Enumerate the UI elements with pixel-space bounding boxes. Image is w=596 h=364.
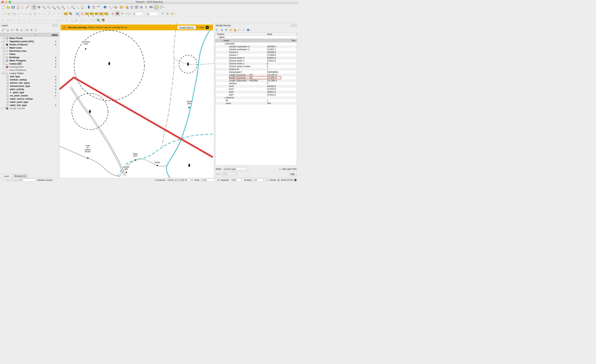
enable-snapping-icon[interactable] xyxy=(115,11,120,16)
identify-features-icon[interactable] xyxy=(103,5,107,10)
identify-row-name[interactable]: ▾ name Test xyxy=(216,39,297,42)
select-features-by-value-icon[interactable] xyxy=(119,5,124,10)
layer-visibility-checkbox[interactable]: ✓ xyxy=(3,40,5,43)
self-snapping-icon[interactable] xyxy=(125,11,130,16)
circular-string-dropdown-icon[interactable]: ▾ xyxy=(11,19,11,21)
layer-visibility-checkbox[interactable] xyxy=(3,66,5,68)
pin-unpin-labels-icon[interactable]: ab● xyxy=(75,11,80,16)
identify-row-length-cartesian-2d-[interactable]: Length (Cartesian — 2D) 101,405 m xyxy=(216,73,297,76)
current-edits-icon[interactable] xyxy=(1,11,6,16)
float-panel-icon[interactable]: ⿴ xyxy=(52,24,55,27)
identify-row-interpolated-z[interactable]: Interpolated Z 5,98748924 xyxy=(216,71,297,73)
identify-row-length-cartesian-3d-[interactable]: Length (Cartesian — 3D) 112,806 m xyxy=(216,76,297,79)
layer-item-water-points[interactable]: ✓Water Points xyxy=(0,37,59,40)
highlight-pinned-labels-icon[interactable]: abc xyxy=(80,11,84,16)
rotate-feature-icon[interactable]: ↻ xyxy=(16,18,21,22)
coordinate-field[interactable]: 264381.82,271899.48 xyxy=(166,178,190,182)
expand-tree-icon[interactable] xyxy=(219,28,224,32)
delete-selected-icon[interactable] xyxy=(32,11,37,16)
zoom-next-icon[interactable]: ▶ xyxy=(75,5,80,10)
cad-tools-icon[interactable] xyxy=(1,18,6,22)
identify-row-firsty[interactable]: firstY 271879.9 xyxy=(216,88,297,91)
run-feature-action-dropdown-icon[interactable]: ▾ xyxy=(112,6,113,8)
copy-feature-icon[interactable] xyxy=(237,28,241,32)
layer-visibility-checkbox[interactable]: ✓ xyxy=(3,56,5,58)
layer-visibility-checkbox[interactable]: ✓ xyxy=(3,53,5,55)
layer-item-landuse-lookup[interactable]: landuse_lookup xyxy=(0,78,59,81)
zoom-native-icon[interactable]: 1:1 xyxy=(65,5,70,10)
open-form-view-icon[interactable] xyxy=(215,28,219,32)
tab-browser-2-[interactable]: Browser (2) xyxy=(12,174,28,178)
layer-visibility-checkbox[interactable] xyxy=(3,69,5,71)
collapse-all-icon[interactable] xyxy=(29,28,33,32)
identify-row-closest-vertex-x[interactable]: Closest vertex X 264401.6 xyxy=(216,57,297,59)
zoom-to-layer-icon[interactable]: ▤ xyxy=(56,5,60,10)
identify-row-lasty[interactable]: lastY 271911.5 xyxy=(216,93,297,96)
mode-select[interactable]: Current layer▾ xyxy=(222,167,249,171)
toggle-extents-icon[interactable] xyxy=(191,179,193,181)
show-layout-manager-icon[interactable] xyxy=(20,5,25,10)
split-features-icon[interactable]: ✂ xyxy=(60,18,64,22)
change-label-icon[interactable]: abc✎ xyxy=(104,11,108,16)
layer-item-water-polygons[interactable]: ✓Water Polygons xyxy=(0,59,59,62)
identify-row-closest-vertex-number[interactable]: Closest vertex number 5 xyxy=(216,65,297,68)
copy-features-icon[interactable] xyxy=(42,11,47,16)
project-new-icon[interactable] xyxy=(1,5,6,10)
layer-visibility-checkbox[interactable]: ✓ xyxy=(3,72,5,74)
filter-by-expression-icon[interactable]: ε xyxy=(19,28,24,32)
layer-item-google-satellite[interactable]: ▾Google Satellite xyxy=(0,107,59,110)
save-layer-edits-icon[interactable]: ✎ xyxy=(12,11,16,16)
tracing-settings-dropdown-icon[interactable]: ▾ xyxy=(175,13,175,15)
offset-point-symbol-icon[interactable] xyxy=(83,18,88,22)
scale-select[interactable]: 1:225▾ xyxy=(201,178,216,182)
identify-row--clicked-coordinate-x-[interactable]: (clicked coordinate X) 264398.3 xyxy=(216,45,297,48)
close-panel-icon[interactable]: × xyxy=(294,24,297,27)
new-print-layout-icon[interactable] xyxy=(15,5,20,10)
snapping-crosshair-icon[interactable] xyxy=(110,11,115,16)
layer-item-wall-type[interactable]: wall_type xyxy=(0,75,59,78)
zoom-full-extent-icon[interactable]: ▣ xyxy=(51,5,56,10)
identify-row-closest-vertex-y[interactable]: Closest vertex Y 271911.5 xyxy=(216,59,297,62)
rotate-point-symbols-icon[interactable]: ↻ xyxy=(79,18,83,22)
remove-layer-icon[interactable] xyxy=(34,28,38,32)
identify-row-closest-vertex-z[interactable]: Closest vertex Z 8 xyxy=(216,62,297,65)
deselect-all-icon[interactable] xyxy=(125,5,129,10)
map-tips-icon[interactable] xyxy=(154,5,159,10)
column-header-feature[interactable]: Feature xyxy=(216,33,266,36)
text-annotation-icon[interactable] xyxy=(159,5,164,10)
layer-item-lookup-tables[interactable]: ▾✓Lookup Tables xyxy=(0,72,59,75)
identify-row-feature-id[interactable]: Feature ID 1 xyxy=(216,68,297,71)
view-select[interactable]: Tree▾ xyxy=(222,172,238,176)
banner-close-icon[interactable]: ✕ xyxy=(206,26,209,29)
trim-extend-dropdown-icon[interactable]: ▾ xyxy=(93,19,94,21)
zoom-out-icon[interactable]: − xyxy=(46,5,51,10)
show-spatial-bookmarks-icon[interactable] xyxy=(91,5,96,10)
auto-open-form-checkbox[interactable]: ✓ xyxy=(279,168,281,170)
identify-row--derived-[interactable]: ▾ (Derived) xyxy=(216,42,297,45)
manage-map-themes-dropdown-icon[interactable]: ▾ xyxy=(14,29,15,31)
layer-item-buildings[interactable]: ✓Buildings xyxy=(0,56,59,59)
expander-icon[interactable]: ▸ xyxy=(1,47,3,49)
statistical-summary-icon[interactable]: Σ xyxy=(144,5,149,10)
cut-features-icon[interactable]: ✂ xyxy=(37,11,42,16)
zoom-last-icon[interactable]: ◀ xyxy=(70,5,75,10)
map-canvas[interactable]: Security warning: Python macros cannot c… xyxy=(60,23,214,178)
measure-icon[interactable] xyxy=(149,5,153,10)
identify-row-closest-x[interactable]: Closest X 264398.6 xyxy=(216,51,297,54)
tab-layers[interactable]: Layers xyxy=(1,174,12,178)
expander-icon[interactable]: ▸ xyxy=(1,41,3,42)
self-snapping-dropdown-icon[interactable]: ▾ xyxy=(130,13,131,15)
pan-to-selection-icon[interactable] xyxy=(37,5,41,10)
paste-features-icon[interactable] xyxy=(47,11,52,16)
merge-features-icon[interactable]: ◎ xyxy=(69,18,74,22)
circular-string-icon[interactable] xyxy=(6,18,11,22)
identify-row--clicked-coordinate-y-[interactable]: (clicked coordinate Y) 271907.1 xyxy=(216,48,297,51)
trim-extend-icon[interactable] xyxy=(88,18,93,22)
layer-visibility-checkbox[interactable]: ✓ xyxy=(3,59,5,62)
identify-row-firstx[interactable]: firstX 264328.8 xyxy=(216,85,297,88)
identify-mode-icon[interactable] xyxy=(246,28,250,32)
style-manager-icon[interactable] xyxy=(25,5,30,10)
undo-icon[interactable]: ↶ xyxy=(52,11,56,16)
print-response-icon[interactable] xyxy=(242,28,246,32)
vertex-tool-icon[interactable]: × xyxy=(22,11,27,16)
